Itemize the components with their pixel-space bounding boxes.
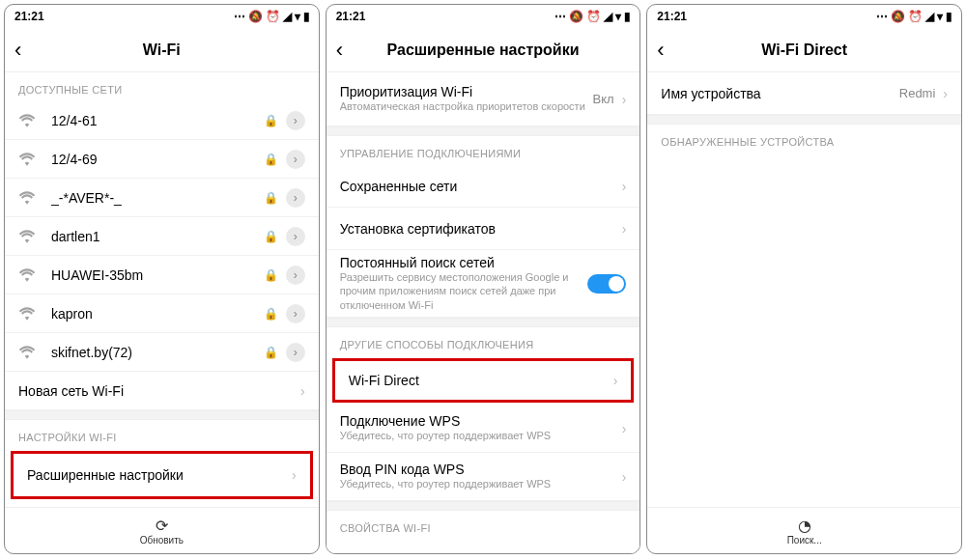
phone-screen-3: 21:21 ⋯ 🔕 ⏰ ◢ ▾ ▮ ‹ Wi-Fi Direct Имя уст… [646, 4, 962, 554]
wifi-signal-icon [18, 307, 40, 321]
footer-label: Поиск... [787, 535, 822, 546]
back-icon[interactable]: ‹ [657, 38, 664, 63]
chevron-right-icon[interactable]: › [286, 227, 305, 246]
wifi-network-row[interactable]: dartlen1 🔒› [5, 217, 319, 256]
mute-icon: 🔕 [891, 10, 904, 23]
advanced-settings-label: Расширенные настройки [27, 467, 292, 483]
more-icon: ⋯ [234, 10, 244, 23]
highlighted-item: Расширенные настройки › [11, 451, 313, 499]
row-sub: Автоматическая настройка приоритетов ско… [340, 99, 593, 113]
status-bar: 21:21 ⋯ 🔕 ⏰ ◢ ▾ ▮ [327, 5, 640, 28]
footer-refresh-button[interactable]: ⟳ Обновить [5, 507, 319, 553]
row-value: Redmi [899, 86, 936, 100]
lock-icon: 🔒 [264, 191, 278, 205]
chevron-right-icon[interactable]: › [286, 266, 305, 285]
page-title: Wi-Fi Direct [761, 42, 847, 59]
more-icon: ⋯ [554, 10, 565, 23]
network-ssid: kapron [51, 306, 264, 322]
highlighted-item: Wi-Fi Direct › [332, 358, 635, 403]
signal-icon: ◢ [925, 10, 933, 23]
wifi-signal-icon [18, 114, 40, 127]
chevron-right-icon[interactable]: › [286, 111, 305, 130]
search-spinner-icon: ◔ [798, 517, 811, 535]
add-network-row[interactable]: Новая сеть Wi-Fi › [5, 372, 319, 410]
app-bar: ‹ Расширенные настройки [327, 28, 640, 72]
row-label: Постоянный поиск сетей [340, 255, 588, 270]
chevron-right-icon: › [292, 467, 297, 483]
network-ssid: 12/4-69 [51, 152, 264, 167]
section-conn-mgmt: УПРАВЛЕНИЕ ПОДКЛЮЧЕНИЯМИ [327, 136, 640, 165]
add-network-label: Новая сеть Wi-Fi [18, 383, 300, 399]
status-icons: ⋯ 🔕 ⏰ ◢ ▾ ▮ [876, 10, 952, 23]
chevron-right-icon: › [622, 179, 627, 194]
section-wifi-props: СВОЙСТВА WI-FI [327, 511, 640, 540]
status-icons: ⋯ 🔕 ⏰ ◢ ▾ ▮ [234, 10, 309, 23]
status-time: 21:21 [657, 10, 687, 23]
alarm-icon: ⏰ [266, 10, 279, 23]
row-label: Сохраненные сети [340, 179, 622, 194]
device-name-row[interactable]: Имя устройства Redmi› [647, 72, 961, 115]
chevron-right-icon[interactable]: › [286, 304, 305, 323]
always-scan-row[interactable]: Постоянный поиск сетей Разрешить сервису… [327, 250, 640, 318]
chevron-right-icon: › [622, 221, 627, 237]
chevron-right-icon[interactable]: › [286, 188, 305, 208]
wifi-network-row[interactable]: skifnet.by(72) 🔒› [5, 333, 319, 372]
wifi-network-row[interactable]: 12/4-61 🔒› [5, 101, 319, 140]
wifi-signal-icon [18, 268, 40, 282]
chevron-right-icon: › [622, 421, 627, 436]
wifi-network-row[interactable]: _-*AVER*-_ 🔒› [5, 179, 319, 217]
wifi-network-row[interactable]: kapron 🔒› [5, 294, 319, 333]
wifi-network-row[interactable]: 12/4-69 🔒› [5, 140, 319, 179]
section-available-networks: ДОСТУПНЫЕ СЕТИ [5, 72, 319, 101]
wifi-signal-icon [18, 153, 40, 166]
wifi-network-row[interactable]: HUAWEI-35bm 🔒› [5, 256, 319, 294]
alarm-icon: ⏰ [908, 10, 922, 23]
footer-search-button[interactable]: ◔ Поиск... [647, 507, 961, 553]
lock-icon: 🔒 [264, 268, 278, 282]
mute-icon: 🔕 [569, 10, 582, 23]
wifi-direct-row[interactable]: Wi-Fi Direct › [335, 361, 632, 400]
saved-networks-row[interactable]: Сохраненные сети › [327, 165, 640, 208]
chevron-right-icon: › [622, 469, 627, 485]
signal-icon: ◢ [604, 10, 611, 23]
battery-icon: ▮ [624, 10, 630, 23]
section-other-conn: ДРУГИЕ СПОСОБЫ ПОДКЛЮЧЕНИЯ [327, 327, 640, 356]
lock-icon: 🔒 [264, 307, 278, 321]
wifi-status-icon: ▾ [615, 10, 620, 23]
refresh-icon: ⟳ [156, 517, 168, 535]
wifi-status-icon: ▾ [295, 10, 299, 23]
back-icon[interactable]: ‹ [336, 38, 343, 63]
mute-icon: 🔕 [248, 10, 262, 23]
lock-icon: 🔒 [264, 114, 278, 127]
battery-icon: ▮ [946, 10, 952, 23]
lock-icon: 🔒 [264, 153, 278, 166]
phone-screen-1: 21:21 ⋯ 🔕 ⏰ ◢ ▾ ▮ ‹ Wi-Fi ДОСТУПНЫЕ СЕТИ… [4, 4, 320, 554]
row-label: Ввод PIN кода WPS [340, 462, 622, 477]
network-ssid: _-*AVER*-_ [51, 190, 264, 206]
page-title: Расширенные настройки [387, 42, 580, 59]
signal-icon: ◢ [283, 10, 291, 23]
status-icons: ⋯ 🔕 ⏰ ◢ ▾ ▮ [554, 10, 630, 23]
install-certificates-row[interactable]: Установка сертификатов › [327, 208, 640, 250]
wps-pin-row[interactable]: Ввод PIN кода WPS Убедитесь, что роутер … [327, 453, 640, 501]
status-bar: 21:21 ⋯ 🔕 ⏰ ◢ ▾ ▮ [647, 5, 961, 28]
chevron-right-icon: › [943, 86, 948, 101]
toggle-switch-on[interactable] [587, 274, 626, 294]
lock-icon: 🔒 [264, 346, 278, 359]
row-label: Имя устройства [661, 86, 898, 101]
wps-row[interactable]: Подключение WPS Убедитесь, что роутер по… [327, 405, 640, 453]
lock-icon: 🔒 [264, 230, 278, 243]
back-icon[interactable]: ‹ [14, 38, 21, 63]
chevron-right-icon: › [613, 373, 618, 388]
section-found-devices: ОБНАРУЖЕННЫЕ УСТРОЙСТВА [647, 125, 961, 154]
network-ssid: skifnet.by(72) [51, 345, 264, 360]
chevron-right-icon[interactable]: › [286, 150, 305, 169]
advanced-settings-row[interactable]: Расширенные настройки › [14, 454, 310, 496]
wifi-prioritization-row[interactable]: Приоритизация Wi-Fi Автоматическая настр… [327, 72, 640, 126]
network-ssid: 12/4-61 [51, 113, 264, 128]
wifi-signal-icon [18, 346, 40, 359]
row-sub: Убедитесь, что роутер поддерживает WPS [340, 429, 622, 442]
row-label: Подключение WPS [340, 413, 622, 429]
app-bar: ‹ Wi-Fi [5, 28, 319, 72]
chevron-right-icon[interactable]: › [286, 343, 305, 362]
